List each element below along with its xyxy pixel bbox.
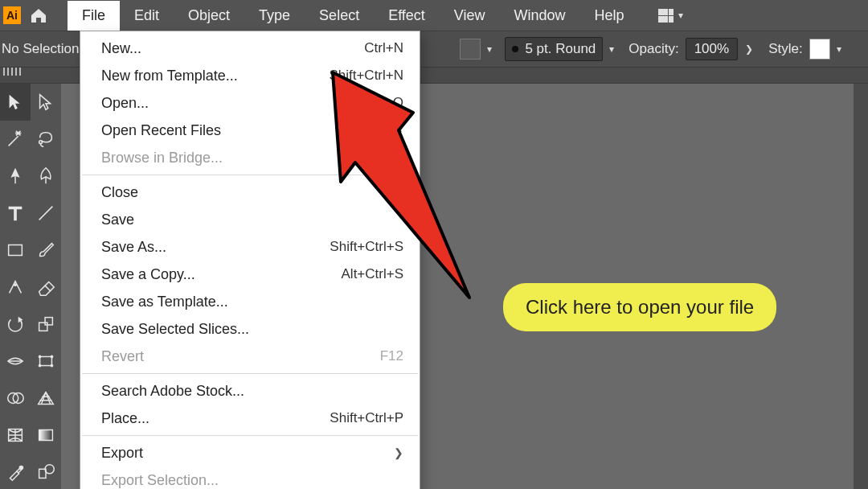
menu-item-label: Search Adobe Stock... — [101, 381, 403, 401]
tool-curvature-pen[interactable] — [31, 158, 61, 195]
menu-item-search-adobe-stock[interactable]: Search Adobe Stock... — [80, 377, 420, 405]
chevron-down-icon[interactable]: ▾ — [481, 43, 498, 55]
menu-item-object[interactable]: Object — [174, 1, 244, 31]
tool-direct-selection[interactable] — [31, 84, 61, 121]
menu-item-shortcut: Ctrl+O — [363, 93, 403, 113]
menu-item-label: New from Template... — [101, 66, 329, 85]
tool-lasso[interactable] — [31, 121, 61, 158]
tool-paintbrush[interactable] — [31, 232, 61, 269]
menu-items: FileEditObjectTypeSelectEffectViewWindow… — [68, 1, 639, 31]
tool-scale[interactable] — [31, 306, 61, 343]
menu-item-save-selected-slices[interactable]: Save Selected Slices... — [80, 315, 420, 343]
style-label: Style: — [768, 41, 803, 57]
menu-item-label: Save a Copy... — [101, 265, 342, 284]
menu-item-label: Close — [101, 183, 403, 202]
tool-line-segment[interactable] — [31, 195, 61, 232]
svg-point-2 — [14, 283, 17, 286]
tool-eyedropper[interactable] — [0, 454, 31, 489]
tool-magic-wand[interactable] — [0, 121, 31, 158]
chevron-right-icon: ❯ — [392, 121, 403, 140]
menu-item-label: Export — [101, 443, 392, 462]
svg-point-9 — [51, 364, 54, 368]
round-cap-icon — [512, 46, 518, 52]
annotation-bubble: Click here to open your file — [503, 283, 776, 331]
svg-rect-13 — [39, 430, 53, 441]
menu-item-export-selection: Export Selection... — [80, 466, 420, 489]
menubar: Ai FileEditObjectTypeSelectEffectViewWin… — [0, 0, 868, 31]
panel-edge — [854, 84, 868, 489]
tool-selection[interactable] — [0, 84, 31, 121]
menu-item-close[interactable]: Close — [80, 179, 420, 206]
file-menu-dropdown: New...Ctrl+NNew from Template...Shift+Ct… — [80, 31, 420, 489]
tool-column — [0, 84, 61, 489]
menu-item-save-as[interactable]: Save As...Shift+Ctrl+S — [80, 233, 420, 261]
chevron-right-icon: ❯ — [392, 443, 403, 462]
tool-blend[interactable] — [31, 454, 61, 489]
menu-item-help[interactable]: Help — [580, 1, 639, 31]
workspace-grid-icon — [658, 9, 674, 23]
stroke-profile-dropdown[interactable]: 5 pt. Round — [505, 37, 603, 61]
menu-item-open-recent-files[interactable]: Open Recent Files❯ — [80, 117, 420, 144]
menu-item-label: Open Recent Files — [101, 121, 392, 140]
app-logo: Ai — [3, 6, 21, 24]
svg-point-8 — [39, 364, 42, 368]
tool-rotate[interactable] — [0, 306, 31, 343]
menu-item-view[interactable]: View — [440, 1, 500, 31]
menu-item-save-a-copy[interactable]: Save a Copy...Alt+Ctrl+S — [80, 261, 420, 288]
svg-rect-5 — [40, 356, 52, 365]
menu-item-label: Place... — [101, 409, 330, 428]
menu-item-shortcut: Alt+Ctrl+S — [342, 265, 403, 284]
menu-item-shortcut: Shift+Ctrl+P — [330, 409, 403, 428]
menu-item-type[interactable]: Type — [244, 1, 305, 31]
svg-point-7 — [51, 355, 54, 359]
chevron-right-icon[interactable]: ❯ — [738, 43, 760, 55]
tool-rectangle[interactable] — [0, 232, 31, 269]
tool-type[interactable] — [0, 195, 31, 232]
menu-item-label: Export Selection... — [101, 471, 403, 489]
style-swatch[interactable] — [809, 39, 830, 60]
chevron-down-icon: ▾ — [678, 10, 683, 21]
workspace-switcher[interactable]: ▾ — [658, 9, 683, 23]
menu-item-edit[interactable]: Edit — [120, 1, 174, 31]
menu-item-place[interactable]: Place...Shift+Ctrl+P — [80, 405, 420, 432]
home-icon[interactable] — [29, 6, 48, 24]
menu-item-new-from-template[interactable]: New from Template...Shift+Ctrl+N — [80, 62, 420, 89]
menu-item-file[interactable]: File — [68, 1, 120, 31]
svg-rect-4 — [45, 318, 52, 325]
menu-item-save[interactable]: Save — [80, 206, 420, 233]
menu-item-shortcut: F12 — [380, 347, 403, 366]
menu-item-label: Open... — [101, 93, 363, 113]
menu-item-save-as-template[interactable]: Save as Template... — [80, 288, 420, 315]
menu-item-shortcut: Shift+Ctrl+N — [329, 66, 403, 85]
tool-eraser[interactable] — [31, 269, 61, 306]
tool-mesh[interactable] — [0, 417, 31, 454]
menu-item-export[interactable]: Export❯ — [80, 439, 420, 466]
menu-item-select[interactable]: Select — [305, 1, 374, 31]
chevron-down-icon[interactable]: ▾ — [603, 43, 620, 55]
menu-item-open[interactable]: Open...Ctrl+O — [80, 89, 420, 117]
menu-item-browse-in-bridge: Browse in Bridge... — [80, 144, 420, 171]
stroke-value: 5 pt. Round — [525, 41, 596, 57]
opacity-label: Opacity: — [628, 41, 678, 57]
svg-rect-3 — [39, 323, 47, 331]
tool-perspective-grid[interactable] — [31, 380, 61, 417]
menu-item-window[interactable]: Window — [500, 1, 580, 31]
opacity-value[interactable]: 100% — [686, 38, 738, 60]
menu-item-revert: RevertF12 — [80, 343, 420, 370]
fill-swatch[interactable] — [460, 39, 481, 60]
chevron-down-icon[interactable]: ▾ — [830, 43, 848, 55]
tool-shape-builder[interactable] — [0, 380, 31, 417]
menu-item-new[interactable]: New...Ctrl+N — [80, 35, 420, 62]
tool-free-transform[interactable] — [31, 343, 61, 380]
menu-item-label: New... — [101, 39, 364, 58]
menu-item-effect[interactable]: Effect — [374, 1, 440, 31]
menu-item-label: Save — [101, 210, 403, 229]
tool-pen[interactable] — [0, 158, 31, 195]
tool-width[interactable] — [0, 343, 31, 380]
svg-point-0 — [39, 141, 43, 144]
tool-shaper[interactable] — [0, 269, 31, 306]
menu-item-shortcut: Ctrl+N — [364, 39, 403, 58]
tool-gradient[interactable] — [31, 417, 61, 454]
menu-item-label: Save as Template... — [101, 292, 403, 311]
svg-point-6 — [39, 355, 42, 359]
